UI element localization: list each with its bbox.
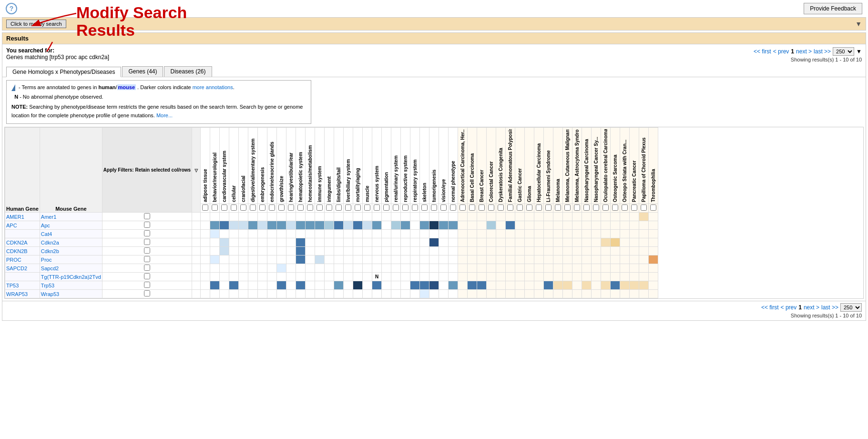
col-checkbox[interactable] <box>240 204 246 211</box>
disease-col-checkbox[interactable] <box>488 204 494 211</box>
col-checkbox-cell[interactable] <box>429 204 439 213</box>
col-checkbox-cell[interactable] <box>248 204 258 213</box>
row-checkbox[interactable] <box>144 247 150 254</box>
col-checkbox-cell[interactable] <box>315 204 325 213</box>
col-checkbox[interactable] <box>231 204 237 211</box>
col-checkbox[interactable] <box>307 204 313 211</box>
human-gene-cell[interactable]: CDKN2B <box>5 247 40 255</box>
col-checkbox[interactable] <box>440 204 447 211</box>
col-checkbox[interactable] <box>259 204 266 211</box>
col-checkbox[interactable] <box>202 204 208 211</box>
disease-col-checkbox[interactable] <box>574 204 580 211</box>
disease-col-checkbox-cell[interactable] <box>468 204 477 213</box>
row-checkbox[interactable] <box>144 273 150 279</box>
disease-col-checkbox[interactable] <box>602 204 609 211</box>
tab-gene-homologs[interactable]: Gene Homologs x Phenotypes/Diseases <box>6 67 121 77</box>
disease-col-checkbox[interactable] <box>545 204 551 211</box>
bottom-first-page-link[interactable]: << first <box>761 304 779 311</box>
col-checkbox-cell[interactable] <box>220 204 229 213</box>
human-gene-cell[interactable]: WRAP53 <box>5 290 40 298</box>
disease-col-checkbox[interactable] <box>479 204 485 211</box>
disease-col-checkbox-cell[interactable] <box>496 204 506 213</box>
disease-col-checkbox[interactable] <box>564 204 571 211</box>
mouse-gene-cell[interactable]: Sapcd2 <box>40 264 102 273</box>
col-checkbox[interactable] <box>383 204 389 211</box>
disease-col-checkbox[interactable] <box>507 204 513 211</box>
disease-col-checkbox-cell[interactable] <box>611 204 620 213</box>
tab-genes[interactable]: Genes (44) <box>122 66 163 77</box>
col-checkbox-cell[interactable] <box>210 204 220 213</box>
col-checkbox-cell[interactable] <box>410 204 420 213</box>
mouse-gene-cell[interactable]: Amer1 <box>40 213 102 221</box>
tab-diseases[interactable]: Diseases (26) <box>164 66 212 77</box>
page-size-select[interactable]: 250 100 50 <box>833 47 854 56</box>
col-checkbox-cell[interactable] <box>325 204 334 213</box>
col-checkbox-cell[interactable] <box>239 204 248 213</box>
col-checkbox-cell[interactable] <box>201 204 210 213</box>
row-checkbox[interactable] <box>144 282 150 288</box>
row-checkbox-cell[interactable] <box>102 273 192 281</box>
human-gene-cell[interactable]: APC <box>5 221 40 230</box>
disease-col-checkbox-cell[interactable] <box>458 204 468 213</box>
row-checkbox-cell[interactable] <box>102 264 192 273</box>
row-checkbox-cell[interactable] <box>102 213 192 221</box>
col-checkbox-cell[interactable] <box>277 204 286 213</box>
row-checkbox[interactable] <box>144 213 150 219</box>
disease-col-checkbox[interactable] <box>517 204 523 211</box>
disease-col-checkbox[interactable] <box>555 204 561 211</box>
col-checkbox-cell[interactable] <box>372 204 382 213</box>
disease-col-checkbox-cell[interactable] <box>620 204 630 213</box>
bottom-page-size-select[interactable]: 250 <box>840 303 862 312</box>
legend-more-link[interactable]: More... <box>156 112 173 118</box>
bottom-next-page-link[interactable]: next > <box>804 304 819 311</box>
col-checkbox[interactable] <box>326 204 332 211</box>
row-checkbox-cell[interactable] <box>102 238 192 247</box>
row-checkbox[interactable] <box>144 265 150 271</box>
col-checkbox[interactable] <box>393 204 399 211</box>
col-checkbox[interactable] <box>345 204 351 211</box>
disease-col-checkbox-cell[interactable] <box>534 204 544 213</box>
disease-col-checkbox[interactable] <box>498 204 504 211</box>
disease-col-checkbox[interactable] <box>631 204 637 211</box>
row-checkbox[interactable] <box>144 256 150 262</box>
col-checkbox-cell[interactable] <box>439 204 449 213</box>
next-page-link[interactable]: next > <box>796 48 812 55</box>
mouse-gene-cell[interactable]: Cdkn2a <box>40 238 102 247</box>
disease-col-checkbox-cell[interactable] <box>592 204 601 213</box>
col-checkbox[interactable] <box>288 204 294 211</box>
disease-col-checkbox[interactable] <box>460 204 466 211</box>
disease-col-checkbox[interactable] <box>612 204 618 211</box>
disease-col-checkbox-cell[interactable] <box>582 204 592 213</box>
disease-col-checkbox-cell[interactable] <box>649 204 658 213</box>
disease-col-checkbox[interactable] <box>526 204 532 211</box>
disease-col-checkbox[interactable] <box>650 204 656 211</box>
disease-col-checkbox-cell[interactable] <box>506 204 515 213</box>
disease-col-checkbox-cell[interactable] <box>525 204 534 213</box>
disease-col-checkbox[interactable] <box>536 204 542 211</box>
mouse-gene-cell[interactable]: Wrap53 <box>40 290 102 298</box>
col-checkbox[interactable] <box>317 204 323 211</box>
modify-search-button[interactable]: Click to modify search <box>6 20 66 28</box>
first-page-link[interactable]: << first <box>754 48 771 55</box>
human-gene-cell[interactable]: PROC <box>5 255 40 264</box>
human-gene-cell[interactable]: SAPCD2 <box>5 264 40 273</box>
disease-col-checkbox[interactable] <box>593 204 599 211</box>
row-checkbox[interactable] <box>144 239 150 245</box>
disease-col-checkbox-cell[interactable] <box>572 204 582 213</box>
col-checkbox-cell[interactable] <box>449 204 458 213</box>
col-checkbox-cell[interactable] <box>363 204 372 213</box>
feedback-button[interactable]: Provide Feedback <box>804 3 862 14</box>
disease-col-checkbox-cell[interactable] <box>563 204 572 213</box>
col-checkbox[interactable] <box>212 204 218 211</box>
col-checkbox[interactable] <box>412 204 418 211</box>
col-checkbox-cell[interactable] <box>229 204 239 213</box>
disease-col-checkbox[interactable] <box>583 204 590 211</box>
mouse-gene-cell[interactable]: Cat4 <box>40 230 102 238</box>
col-checkbox[interactable] <box>250 204 256 211</box>
col-checkbox-cell[interactable] <box>420 204 429 213</box>
row-checkbox-cell[interactable] <box>102 247 192 255</box>
row-checkbox[interactable] <box>144 290 150 296</box>
col-checkbox-cell[interactable] <box>306 204 315 213</box>
row-checkbox-cell[interactable] <box>102 221 192 230</box>
last-page-link[interactable]: last >> <box>814 48 831 55</box>
